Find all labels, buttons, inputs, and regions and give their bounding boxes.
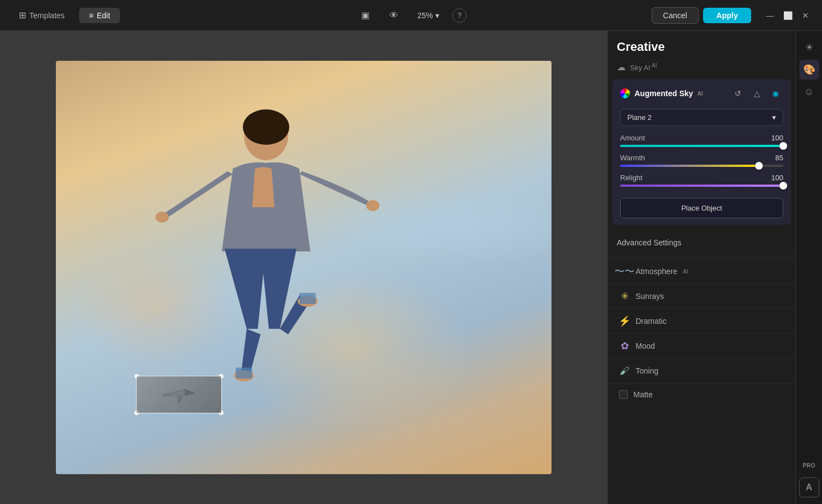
atmosphere-icon: 〜〜 (619, 266, 630, 277)
warmth-fill (620, 165, 759, 167)
dramatic-row[interactable]: ⚡ Dramatic (608, 308, 795, 333)
amount-fill (620, 145, 783, 147)
sky-ai-badge: AI (651, 62, 657, 69)
sky-ai-label: Sky AI AI (630, 62, 657, 72)
person-svg (122, 97, 399, 428)
window-controls: — ⬜ ✕ (762, 8, 813, 23)
svg-rect-7 (299, 293, 316, 304)
topbar-right: Cancel Apply — ⬜ ✕ (652, 7, 813, 24)
cloud-icon: ☁ (617, 62, 626, 72)
dramatic-icon: ⚡ (619, 316, 630, 327)
panel-header: Creative (608, 31, 795, 59)
face-btn[interactable]: ☺ (799, 82, 819, 102)
templates-tab[interactable]: ⊞ Templates (9, 7, 75, 24)
atmosphere-row[interactable]: 〜〜 Atmosphere AI (608, 259, 795, 284)
relight-fill (620, 185, 783, 187)
svg-point-3 (366, 200, 379, 211)
close-button[interactable]: ✕ (798, 8, 813, 23)
toning-label: Toning (636, 366, 658, 375)
sky-ai-row: ☁ Sky AI AI (608, 59, 795, 79)
sky-preset-dropdown[interactable]: Plane 2 ▾ (620, 109, 783, 126)
atmosphere-label: Atmosphere (636, 267, 677, 276)
relight-label: Relight (620, 174, 642, 182)
warmth-value: 85 (776, 154, 783, 162)
warmth-thumb[interactable] (755, 162, 763, 170)
palette-btn[interactable]: 🎨 (799, 60, 819, 80)
sun-adjust-btn[interactable]: ☀ (799, 38, 819, 57)
apply-button[interactable]: Apply (703, 8, 751, 23)
aug-sky-header: Augmented Sky AI ↺ △ ◉ (620, 86, 783, 101)
topbar-center: ▣ 👁 25% ▾ ? (355, 6, 466, 25)
svg-point-1 (243, 109, 289, 145)
maximize-button[interactable]: ⬜ (780, 8, 795, 23)
help-btn[interactable]: ? (452, 8, 467, 23)
edit-tab[interactable]: ≡ Edit (79, 8, 120, 23)
matte-label: Matte (633, 390, 653, 399)
dramatic-label: Dramatic (636, 317, 667, 326)
sunrays-icon: ✳ (619, 291, 630, 302)
toning-icon: 🖌 (619, 365, 630, 376)
visibility-btn[interactable]: ◉ (768, 86, 783, 101)
atmosphere-ai-badge: AI (683, 269, 688, 275)
warmth-slider-row: Warmth 85 (620, 154, 783, 167)
minimize-button[interactable]: — (762, 8, 778, 23)
zoom-control[interactable]: 25% ▾ (413, 9, 443, 22)
divider-1 (608, 256, 795, 256)
canvas-image (56, 61, 552, 474)
svg-rect-6 (236, 368, 252, 379)
creative-title: Creative (617, 40, 665, 54)
edit-pencil-btn[interactable]: △ (749, 86, 764, 101)
sunrays-row[interactable]: ✳ Sunrays (608, 284, 795, 308)
augmented-sky-section: Augmented Sky AI ↺ △ ◉ Plane 2 ▾ Amount … (612, 79, 791, 225)
amount-value: 100 (771, 134, 783, 142)
relight-label-row: Relight 100 (620, 174, 783, 182)
pro-badge: PRO (799, 455, 819, 475)
cancel-button[interactable]: Cancel (652, 7, 699, 24)
aug-sky-actions: ↺ △ ◉ (730, 86, 783, 101)
advanced-settings-label: Advanced Settings (617, 238, 681, 247)
aug-sky-title: Augmented Sky AI (620, 88, 703, 98)
edit-label: Edit (97, 11, 110, 20)
templates-icon: ⊞ (19, 10, 26, 20)
text-btn[interactable]: A (799, 477, 819, 497)
toning-row[interactable]: 🖌 Toning (608, 358, 795, 383)
amount-track[interactable] (620, 145, 783, 147)
amount-label: Amount (620, 134, 645, 142)
sunrays-label: Sunrays (636, 292, 664, 301)
figure-area (100, 83, 421, 442)
relight-value: 100 (771, 174, 783, 182)
warmth-label: Warmth (620, 154, 645, 162)
aug-sky-ai-badge: AI (698, 91, 703, 97)
advanced-settings-row[interactable]: Advanced Settings (608, 232, 795, 254)
amount-slider-row: Amount 100 (620, 134, 783, 147)
topbar-left: ⊞ Templates ≡ Edit (9, 7, 120, 24)
zoom-chevron-icon: ▾ (435, 11, 439, 20)
side-icons-strip: ☀ 🎨 ☺ PRO A (795, 31, 822, 504)
mood-icon: ✿ (619, 340, 630, 351)
place-object-button[interactable]: Place Object (620, 198, 783, 218)
relight-slider-row: Relight 100 (620, 174, 783, 187)
mood-label: Mood (636, 342, 655, 350)
main-content: Creative ☁ Sky AI AI Augmented Sky AI ↺ … (0, 31, 822, 504)
amount-thumb[interactable] (779, 142, 787, 150)
amount-label-row: Amount 100 (620, 134, 783, 142)
templates-label: Templates (29, 11, 65, 20)
right-panel: Creative ☁ Sky AI AI Augmented Sky AI ↺ … (607, 31, 795, 504)
eye-view-btn[interactable]: 👁 (384, 6, 404, 25)
edit-icon: ≡ (89, 11, 93, 20)
topbar: ⊞ Templates ≡ Edit ▣ 👁 25% ▾ ? Cancel Ap… (0, 0, 822, 31)
relight-thumb[interactable] (779, 182, 787, 190)
matte-checkbox[interactable] (619, 390, 628, 399)
mood-row[interactable]: ✿ Mood (608, 333, 795, 358)
canvas-area (0, 31, 607, 504)
compare-view-btn[interactable]: ▣ (355, 6, 375, 25)
chevron-down-icon: ▾ (772, 113, 776, 122)
undo-btn[interactable]: ↺ (730, 86, 746, 101)
matte-row[interactable]: Matte (608, 383, 795, 406)
dropdown-value: Plane 2 (627, 113, 652, 122)
relight-track[interactable] (620, 185, 783, 187)
rainbow-icon (620, 88, 630, 98)
warmth-track[interactable] (620, 165, 783, 167)
warmth-label-row: Warmth 85 (620, 154, 783, 162)
zoom-value: 25% (417, 11, 433, 20)
